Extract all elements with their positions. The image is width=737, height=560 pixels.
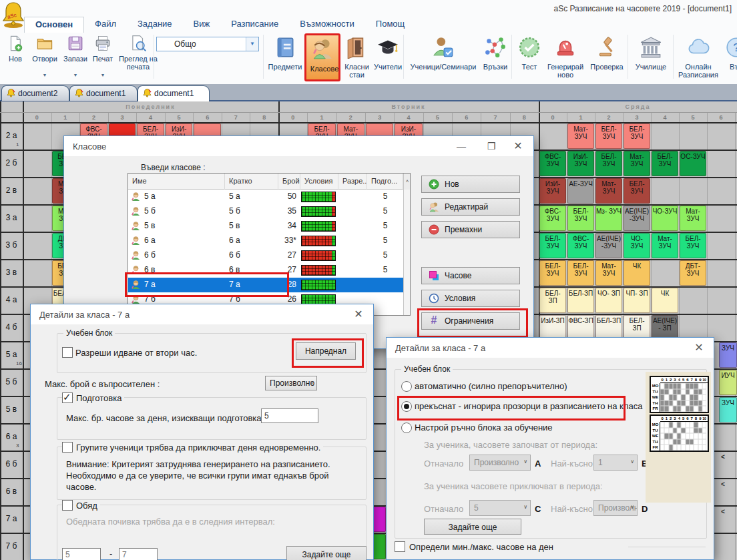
column-header[interactable]: Разре...	[338, 174, 367, 190]
lesson-cell[interactable]: БЕЛ-ЗУЧ	[567, 260, 594, 286]
column-header[interactable]: Брой	[278, 174, 300, 190]
close-icon[interactable]: ✕	[348, 306, 369, 322]
conditions-grid[interactable]	[301, 265, 336, 276]
lesson-cell[interactable]: Мат-ЗУЧ	[652, 233, 678, 258]
chevron-down-icon[interactable]: ▼	[29, 73, 60, 77]
menu-item-Възможности[interactable]: Възможности	[289, 17, 365, 32]
lesson-cell[interactable]: БЕЛ-ЗУЧ	[539, 233, 566, 258]
lesson-cell[interactable]: БЕЛ-ЗУЧ	[595, 151, 622, 176]
lesson-cell[interactable]: ЧО-ЗУЧ	[652, 206, 678, 231]
ribbon-button-online-cloud[interactable]: Онлайн Разписания	[676, 33, 721, 81]
lesson-cell[interactable]: ЧО- ЗУЧ	[624, 233, 650, 258]
end-earliest-combobox[interactable]: 5∨	[469, 500, 531, 516]
toolbar-button[interactable]: Запази▼	[61, 33, 89, 83]
ribbon-button-generate-siren[interactable]: Генерирай ново	[546, 33, 585, 81]
document-tab[interactable]: document1	[69, 85, 138, 101]
ribbon-button-subjects-book[interactable]: Предмети	[266, 33, 304, 81]
lesson-cell[interactable]: ИзИ-ЗУЧ	[539, 178, 566, 204]
row-label-class[interactable]: 5 б	[0, 368, 23, 396]
menu-item-Файл[interactable]: Файл	[84, 17, 127, 32]
lesson-cell[interactable]: ЧК	[652, 288, 678, 313]
row-label-class[interactable]: 4 а	[0, 286, 23, 314]
door-icon[interactable]	[77, 267, 111, 304]
row-label-class[interactable]: 6 в	[0, 478, 23, 505]
menu-item-Разписание[interactable]: Разписание	[220, 17, 289, 32]
conditions-grid[interactable]	[301, 236, 336, 246]
column-header[interactable]: Условия	[300, 174, 338, 190]
conditions-grid[interactable]	[301, 221, 336, 232]
minmax-checkbox[interactable]	[395, 541, 405, 552]
lessons-squares-button[interactable]: Часове	[421, 267, 520, 284]
end-latest-combobox[interactable]: Произволно∨	[593, 500, 638, 516]
scroll-up-button[interactable]: ˄	[403, 174, 411, 190]
row-label-class[interactable]: 3 а	[0, 204, 23, 232]
row-label-class[interactable]: 7 а	[0, 505, 23, 533]
column-header[interactable]: Име	[128, 174, 225, 190]
row-label-class[interactable]: 3 в	[0, 259, 23, 286]
lesson-cell[interactable]: Мат-ЗУЧ	[567, 123, 594, 149]
conditions-grid[interactable]	[301, 280, 336, 290]
lesson-cell[interactable]: Мат-ЗУЧ	[595, 260, 622, 286]
lesson-cell[interactable]: ОС-ЗУЧ	[680, 151, 706, 176]
constraints-hash-button[interactable]: Ограничения#	[421, 312, 520, 330]
set-more-button[interactable]: Задайте още	[286, 546, 366, 560]
edit-person-button[interactable]: Редактирай	[421, 198, 520, 216]
document-tab[interactable]: document1	[138, 85, 210, 101]
transfer-student-icon[interactable]	[73, 222, 111, 260]
study-block-radio[interactable]	[401, 401, 412, 412]
book-icon[interactable]	[75, 178, 107, 210]
lesson-cell[interactable]: БЕЛ-ЗУЧ	[624, 178, 650, 204]
document-tab[interactable]: document2	[1, 85, 69, 101]
lesson-cell[interactable]: ЧП- ЗП	[624, 288, 650, 313]
lesson-cell[interactable]: БЕЛ-ЗУЧ	[624, 123, 650, 149]
start-latest-combobox[interactable]: 1∨	[593, 455, 638, 471]
lesson-cell[interactable]: ЗУЧ	[719, 397, 737, 423]
ribbon-button-school-building[interactable]: Училище	[632, 33, 670, 81]
menu-item-Помощ[interactable]: Помощ	[365, 17, 415, 32]
lunch-from-input[interactable]	[62, 548, 101, 560]
preparation-max-input[interactable]	[261, 408, 318, 423]
ribbon-button-verify-gavel[interactable]: Проверка	[586, 33, 628, 81]
lesson-cell[interactable]: ИУЧ	[719, 370, 737, 395]
row-label-class[interactable]: 6 а	[0, 423, 23, 451]
start-earliest-combobox[interactable]: Произволно∨	[469, 455, 531, 471]
lesson-cell[interactable]: <	[721, 507, 732, 532]
minimize-icon[interactable]: —	[451, 138, 472, 154]
lesson-cell[interactable]: ЧК	[624, 260, 650, 286]
menu-item-Основен[interactable]: Основен	[24, 17, 84, 33]
row-label-class[interactable]: 6 б	[0, 451, 23, 478]
lesson-cell[interactable]: БЕЛ-ЗУЧ	[680, 233, 706, 258]
advanced-button[interactable]: Напреднал	[296, 342, 356, 360]
max-questionable-combobox[interactable]: Произволно∨	[265, 376, 317, 390]
allow-second-hour-checkbox[interactable]	[62, 347, 73, 358]
conditions-grid[interactable]	[301, 250, 336, 261]
ribbon-button-classes-people[interactable]: Класове	[304, 33, 340, 81]
chevron-down-icon[interactable]: ▼	[89, 73, 116, 77]
class-row[interactable]: 6 в6 в275	[128, 263, 403, 278]
close-icon[interactable]: ✕	[688, 340, 710, 356]
menu-item-Виж[interactable]: Виж	[183, 17, 221, 32]
ribbon-button-teachers-cap[interactable]: Учители	[373, 33, 403, 81]
lesson-cell[interactable]: ДБТ-ЗУЧ	[680, 260, 706, 286]
toolbar-button[interactable]: Преглед на печата	[117, 33, 159, 83]
lesson-cell[interactable]: <	[721, 479, 732, 505]
class-row[interactable]: 6 а6 а33*5	[128, 234, 403, 248]
lesson-cell[interactable]: ИзИ-ЗУЧ	[567, 151, 594, 176]
row-label-class[interactable]: 2 б	[0, 150, 23, 177]
column-header[interactable]: Кратко	[225, 174, 278, 190]
groups-end-checkbox[interactable]	[62, 442, 73, 453]
study-block-radio[interactable]	[401, 381, 412, 392]
class-row[interactable]: 6 б6 б275	[128, 248, 403, 263]
view-combobox[interactable]: Общо ▼	[156, 37, 259, 51]
lesson-cell[interactable]: ЗУЧ	[719, 342, 737, 368]
ribbon-button-help-question[interactable]: ?Въп	[721, 33, 737, 81]
lesson-cell[interactable]: Мз- ЗУЧ	[595, 206, 622, 231]
toolbar-button[interactable]: Нов	[3, 33, 28, 83]
row-label-class[interactable]: 2 в	[0, 177, 23, 204]
lesson-cell[interactable]: ЧО- ЗП	[595, 288, 622, 313]
lesson-cell[interactable]: ФВС-ЗУЧ	[567, 233, 594, 258]
lesson-cell[interactable]: БЕЛ-ЗУЧ	[595, 123, 622, 149]
study-block-radio[interactable]	[401, 423, 412, 433]
lesson-cell[interactable]: БЕЛ-ЗУЧ	[652, 151, 678, 176]
row-label-class[interactable]: 5 в	[0, 396, 23, 423]
